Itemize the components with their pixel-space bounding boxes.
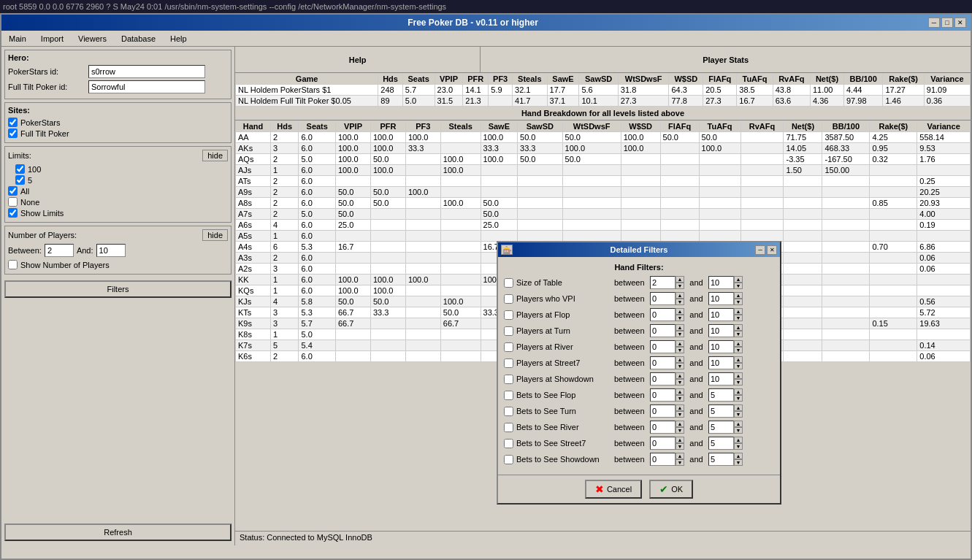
filter-val1-input-0[interactable] [650,276,676,289]
filter-val1-up-7[interactable]: ▲ [676,388,684,395]
menu-help[interactable]: Help [166,33,191,45]
filter-val2-input-4[interactable] [708,340,734,353]
filter-val2-up-5[interactable]: ▲ [734,356,743,363]
filter-val1-input-7[interactable] [650,388,676,402]
filter-checkbox-4[interactable] [504,342,513,352]
menu-import[interactable]: Import [37,33,68,45]
filter-val2-down-9[interactable]: ▼ [734,427,743,434]
between-input[interactable] [45,244,74,257]
menu-database[interactable]: Database [117,33,160,45]
minimize-button[interactable]: ─ [928,18,940,28]
filter-checkbox-1[interactable] [504,294,513,304]
filter-checkbox-5[interactable] [504,358,513,368]
filter-val1-up-6[interactable]: ▲ [676,372,684,379]
filter-val2-input-8[interactable] [708,404,734,418]
filter-val1-up-5[interactable]: ▲ [676,356,684,363]
filter-val2-down-5[interactable]: ▼ [734,363,743,369]
filter-val1-up-11[interactable]: ▲ [676,453,684,459]
filter-val1-down-11[interactable]: ▼ [676,459,684,466]
filter-val1-up-0[interactable]: ▲ [676,276,684,283]
num-players-hide-button[interactable]: hide [202,229,228,241]
filter-val2-down-6[interactable]: ▼ [734,379,743,386]
filter-checkbox-10[interactable] [504,439,513,448]
menu-viewers[interactable]: Viewers [74,33,111,45]
filter-val1-down-9[interactable]: ▼ [676,427,684,434]
help-tab[interactable]: Help [235,47,481,72]
show-num-players-checkbox[interactable] [8,260,18,269]
filter-val1-up-4[interactable]: ▲ [676,340,684,347]
filter-checkbox-3[interactable] [504,326,513,336]
show-limits-checkbox[interactable] [8,208,18,218]
filter-val1-input-10[interactable] [650,437,676,450]
filter-val2-down-11[interactable]: ▼ [734,459,743,466]
filter-val1-up-8[interactable]: ▲ [676,404,684,411]
filter-checkbox-6[interactable] [504,375,513,384]
filter-val2-input-0[interactable] [708,276,734,289]
filter-val2-down-8[interactable]: ▼ [734,411,743,418]
filter-checkbox-11[interactable] [504,455,513,464]
filter-val1-input-9[interactable] [650,421,676,434]
filter-val1-input-4[interactable] [650,340,676,353]
filter-val2-up-3[interactable]: ▲ [734,324,743,331]
filter-val2-up-1[interactable]: ▲ [734,292,743,299]
filter-val2-down-2[interactable]: ▼ [734,315,743,321]
filter-val2-input-7[interactable] [708,388,734,402]
filter-val1-down-6[interactable]: ▼ [676,379,684,386]
filter-val2-input-2[interactable] [708,308,734,321]
filter-val2-down-1[interactable]: ▼ [734,299,743,305]
filter-val1-down-1[interactable]: ▼ [676,299,684,305]
filter-val1-input-6[interactable] [650,372,676,386]
filter-val2-up-0[interactable]: ▲ [734,276,743,283]
filter-val1-up-9[interactable]: ▲ [676,421,684,427]
and-input[interactable] [96,244,126,257]
none-checkbox[interactable] [8,197,18,207]
modal-close-button[interactable]: ✕ [767,245,777,255]
filter-checkbox-0[interactable] [504,278,513,288]
filter-val1-up-3[interactable]: ▲ [676,324,684,331]
filter-val2-down-0[interactable]: ▼ [734,283,743,289]
filter-val1-up-10[interactable]: ▲ [676,437,684,443]
filter-val1-input-8[interactable] [650,404,676,418]
filter-val2-input-10[interactable] [708,437,734,450]
filter-val2-up-8[interactable]: ▲ [734,404,743,411]
maximize-button[interactable]: □ [941,18,953,28]
filter-val2-up-11[interactable]: ▲ [734,453,743,459]
filter-val1-input-5[interactable] [650,356,676,369]
filter-val2-up-7[interactable]: ▲ [734,388,743,395]
filter-val2-input-5[interactable] [708,356,734,369]
filter-val1-down-2[interactable]: ▼ [676,315,684,321]
filter-val1-down-3[interactable]: ▼ [676,331,684,337]
filter-val2-down-4[interactable]: ▼ [734,347,743,353]
filter-val2-up-9[interactable]: ▲ [734,421,743,427]
player-stats-tab[interactable]: Player Stats [481,47,971,72]
filter-val1-down-7[interactable]: ▼ [676,395,684,402]
modal-ok-button[interactable]: ✔ OK [649,480,693,499]
filter-val1-input-3[interactable] [650,324,676,337]
filter-val2-input-1[interactable] [708,292,734,305]
refresh-button[interactable]: Refresh [4,523,231,541]
limits-hide-button[interactable]: hide [202,150,228,161]
filter-val1-down-10[interactable]: ▼ [676,443,684,450]
filter-val2-input-11[interactable] [708,453,734,466]
filter-val2-down-10[interactable]: ▼ [734,443,743,450]
filter-val2-down-3[interactable]: ▼ [734,331,743,337]
filter-val2-down-7[interactable]: ▼ [734,395,743,402]
filters-button[interactable]: Filters [4,280,231,298]
close-button[interactable]: ✕ [954,18,966,28]
pokerstars-checkbox[interactable] [8,118,18,127]
filter-checkbox-2[interactable] [504,310,513,320]
filter-val1-down-8[interactable]: ▼ [676,411,684,418]
filter-val2-input-6[interactable] [708,372,734,386]
filter-val1-input-11[interactable] [650,453,676,466]
fulltilt-input[interactable] [88,80,205,93]
filter-val2-input-3[interactable] [708,324,734,337]
menu-main[interactable]: Main [4,33,31,45]
filter-val1-input-1[interactable] [650,292,676,305]
filter-val1-down-4[interactable]: ▼ [676,347,684,353]
filter-val2-up-2[interactable]: ▲ [734,308,743,315]
filter-val1-up-1[interactable]: ▲ [676,292,684,299]
limit-100-checkbox[interactable] [15,164,25,174]
fulltilt-checkbox[interactable] [8,129,18,138]
modal-cancel-button[interactable]: ✖ Cancel [585,480,642,499]
filter-val1-input-2[interactable] [650,308,676,321]
